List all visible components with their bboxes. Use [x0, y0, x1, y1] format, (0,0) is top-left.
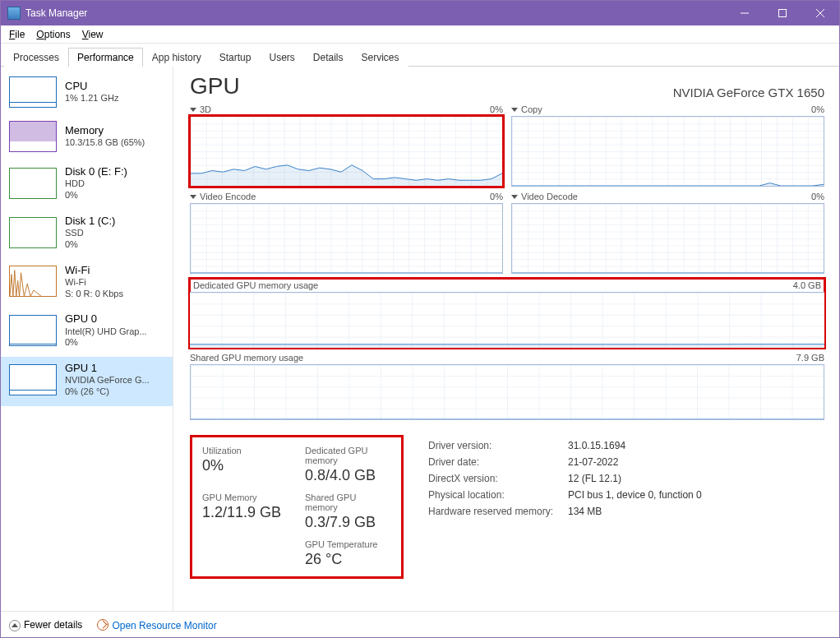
chevron-down-icon[interactable]	[511, 195, 518, 199]
stat-shared: 0.3/7.9 GB	[305, 514, 391, 531]
menubar: File Options View	[1, 25, 839, 44]
stat-utilization: 0%	[202, 457, 288, 474]
tab-startup[interactable]: Startup	[210, 48, 261, 67]
sidebar-item-disk1[interactable]: Disk 1 (C:) SSD 0%	[1, 210, 173, 259]
window-title: Task Manager	[25, 7, 726, 19]
sidebar-item-cpu[interactable]: CPU 1% 1.21 GHz	[1, 72, 173, 116]
minimize-button[interactable]	[726, 1, 764, 25]
sidebar-item-label: GPU 0	[65, 312, 147, 326]
titlebar[interactable]: Task Manager	[1, 1, 839, 25]
engine-chart-label[interactable]: Copy	[521, 104, 542, 114]
app-icon	[7, 7, 21, 20]
disk-thumb-icon	[9, 217, 57, 248]
engine-chart-video-decode[interactable]	[511, 203, 824, 274]
maximize-button[interactable]	[764, 1, 801, 25]
gpu-stats-block: Utilization0% Dedicated GPU memory0.8/4.…	[190, 435, 404, 579]
stat-dedicated: 0.8/4.0 GB	[305, 467, 391, 484]
menu-file[interactable]: File	[9, 29, 25, 40]
gpu-detail-panel: GPU NVIDIA GeForce GTX 1650 3D0% Copy0% …	[173, 67, 839, 611]
svg-rect-1	[779, 10, 787, 17]
engine-chart-video-encode[interactable]	[190, 203, 503, 274]
mem-chart-label: Shared GPU memory usage	[190, 353, 303, 363]
memory-thumb-icon	[9, 121, 57, 152]
cpu-thumb-icon	[9, 76, 57, 108]
sidebar-item-label: Memory	[65, 124, 145, 137]
sidebar-item-wifi[interactable]: Wi-Fi Wi-Fi S: 0 R: 0 Kbps	[1, 259, 173, 308]
tab-services[interactable]: Services	[353, 48, 408, 67]
sidebar-item-label: GPU 1	[65, 362, 150, 375]
shared-mem-chart[interactable]	[190, 364, 824, 420]
footer: Fewer details Open Resource Monitor	[1, 611, 839, 637]
stat-temperature: 26 °C	[305, 551, 391, 568]
open-resource-monitor-link[interactable]: Open Resource Monitor	[97, 617, 216, 631]
sidebar-item-label: Disk 1 (C:)	[65, 215, 115, 228]
mem-chart-max: 4.0 GB	[793, 280, 821, 290]
info-driver-date: 21-07-2022	[568, 456, 702, 468]
sidebar-item-label: Wi-Fi	[65, 264, 123, 277]
sidebar-item-gpu0[interactable]: GPU 0 Intel(R) UHD Grap... 0%	[1, 307, 173, 357]
gpu-info-table: Driver version:31.0.15.1694 Driver date:…	[428, 435, 702, 517]
gpu-thumb-icon	[9, 315, 57, 346]
info-location: PCI bus 1, device 0, function 0	[568, 489, 702, 501]
tab-performance[interactable]: Performance	[68, 48, 143, 67]
sidebar-item-label: CPU	[65, 80, 118, 93]
sidebar-item-label: Disk 0 (E: F:)	[65, 165, 127, 178]
stat-gpumem: 1.2/11.9 GB	[202, 504, 288, 521]
chevron-down-icon[interactable]	[190, 108, 196, 112]
engine-chart-value: 0%	[811, 104, 824, 114]
tab-processes[interactable]: Processes	[4, 48, 68, 67]
info-driver-version: 31.0.15.1694	[568, 440, 702, 451]
sidebar-item-gpu1[interactable]: GPU 1 NVIDIA GeForce G... 0% (26 °C)	[1, 357, 173, 406]
info-directx: 12 (FL 12.1)	[568, 473, 702, 484]
chevron-down-icon[interactable]	[190, 195, 196, 199]
resource-monitor-icon	[97, 619, 108, 631]
info-reserved: 134 MB	[568, 506, 702, 517]
engine-chart-label[interactable]: Video Encode	[200, 192, 256, 201]
engine-chart-label[interactable]: Video Decode	[521, 192, 578, 201]
disk-thumb-icon	[9, 168, 57, 199]
tab-users[interactable]: Users	[260, 48, 303, 67]
sidebar-item-memory[interactable]: Memory 10.3/15.8 GB (65%)	[1, 116, 173, 160]
wifi-thumb-icon	[9, 266, 57, 297]
mem-chart-label: Dedicated GPU memory usage	[193, 280, 318, 290]
page-title: GPU	[190, 73, 240, 99]
engine-chart-value: 0%	[490, 192, 503, 201]
menu-view[interactable]: View	[82, 29, 104, 40]
engine-chart-label[interactable]: 3D	[200, 104, 211, 114]
engine-chart-value: 0%	[811, 192, 824, 201]
tab-app-history[interactable]: App history	[143, 48, 210, 67]
engine-chart-3d[interactable]	[190, 116, 503, 187]
engine-chart-copy[interactable]	[511, 116, 824, 187]
close-button[interactable]	[801, 1, 839, 25]
gpu-device-name: NVIDIA GeForce GTX 1650	[673, 86, 824, 99]
gpu-thumb-icon	[9, 364, 57, 395]
chevron-down-icon[interactable]	[511, 108, 518, 112]
tabbar: Processes Performance App history Startu…	[1, 44, 839, 67]
tab-details[interactable]: Details	[304, 48, 353, 67]
fewer-details-button[interactable]: Fewer details	[9, 618, 82, 631]
menu-options[interactable]: Options	[36, 29, 70, 40]
performance-sidebar: CPU 1% 1.21 GHz Memory 10.3/15.8 GB (65%…	[1, 67, 173, 611]
task-manager-window: Task Manager File Options View Processes…	[0, 0, 840, 638]
sidebar-item-disk0[interactable]: Disk 0 (E: F:) HDD 0%	[1, 160, 173, 210]
engine-chart-value: 0%	[490, 104, 503, 114]
mem-chart-max: 7.9 GB	[796, 353, 824, 363]
dedicated-mem-chart[interactable]	[190, 292, 824, 348]
